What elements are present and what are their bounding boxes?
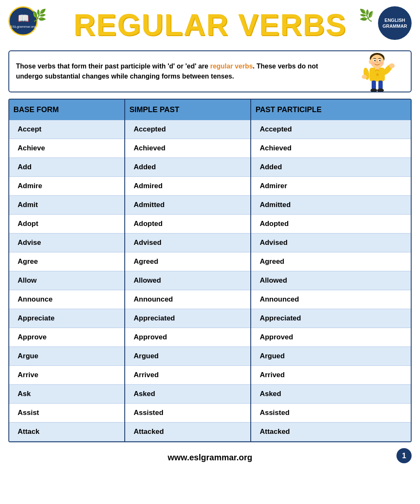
table-cell-4-2: Admitted <box>251 196 411 215</box>
table-cell-4-1: Admitted <box>125 196 251 215</box>
table-body: AcceptAcceptedAcceptedAchieveAchievedAch… <box>9 120 411 441</box>
intro-box: Those verbs that form their past partici… <box>8 50 412 92</box>
table-cell-6-1: Advised <box>125 234 251 252</box>
svg-point-24 <box>370 89 377 92</box>
table-cell-6-2: Advised <box>251 234 411 252</box>
svg-point-25 <box>377 89 384 92</box>
logo-site-name: ESLgrammar.org <box>10 25 36 29</box>
table-cell-12-2: Argued <box>251 347 411 366</box>
table-cell-5-2: Adopted <box>251 215 411 234</box>
book-icon: 📖 <box>18 13 29 24</box>
table-cell-7-0: Agree <box>9 252 125 271</box>
table-cell-14-1: Asked <box>125 385 251 404</box>
table-cell-3-1: Admired <box>125 177 251 196</box>
svg-point-8 <box>375 60 375 60</box>
table-cell-10-0: Appreciate <box>9 309 125 328</box>
svg-point-10 <box>376 61 378 63</box>
svg-point-7 <box>379 60 381 61</box>
table-cell-3-0: Admire <box>9 177 125 196</box>
table-cell-13-2: Arrived <box>251 366 411 385</box>
table-cell-8-2: Allowed <box>251 271 411 290</box>
footer-url: www.eslgrammar.org <box>168 453 252 462</box>
svg-text:★: ★ <box>375 72 380 77</box>
table-cell-9-2: Announced <box>251 290 411 309</box>
table-cell-9-0: Announce <box>9 290 125 309</box>
table-cell-9-1: Announced <box>125 290 251 309</box>
table-row: AttackAttackedAttacked <box>9 423 411 441</box>
table-cell-0-2: Accepted <box>251 120 411 139</box>
table-cell-13-1: Arrived <box>125 366 251 385</box>
table-cell-0-0: Accept <box>9 120 125 139</box>
svg-point-12 <box>371 62 375 65</box>
svg-point-20 <box>362 75 367 79</box>
table-cell-8-1: Allowed <box>125 271 251 290</box>
badge-line1: ENGLISH <box>385 17 405 23</box>
table-cell-1-0: Achieve <box>9 139 125 158</box>
table-cell-15-1: Assisted <box>125 404 251 423</box>
svg-point-6 <box>374 60 376 61</box>
character-illustration: ★ <box>348 50 407 92</box>
table-row: AdviseAdvisedAdvised <box>9 234 411 252</box>
table-cell-13-0: Arrive <box>9 366 125 385</box>
table-row: AddAddedAdded <box>9 158 411 177</box>
table-cell-6-0: Advise <box>9 234 125 252</box>
table-cell-7-1: Agreed <box>125 252 251 271</box>
character-svg: ★ <box>354 52 400 92</box>
table-cell-16-1: Attacked <box>125 423 251 441</box>
table-cell-16-2: Attacked <box>251 423 411 441</box>
table-row: AgreeAgreedAgreed <box>9 252 411 271</box>
svg-rect-22 <box>372 81 376 90</box>
laurel-right-icon: 🌿 <box>359 8 374 22</box>
page-header: 📖 ESLgrammar.org 🌿 REGULAR VERBS 🌿 ENGLI… <box>0 0 420 46</box>
table-row: AnnounceAnnouncedAnnounced <box>9 290 411 309</box>
table-row: AdmireAdmiredAdmirer <box>9 177 411 196</box>
svg-point-3 <box>370 55 384 68</box>
table-cell-14-0: Ask <box>9 385 125 404</box>
table-cell-1-2: Achieved <box>251 139 411 158</box>
intro-text: Those verbs that form their past partici… <box>16 61 344 81</box>
table-cell-4-0: Admit <box>9 196 125 215</box>
table-cell-15-2: Assisted <box>251 404 411 423</box>
page-number: 1 <box>396 448 412 463</box>
table-header-row: BASE FORM SIMPLE PAST PAST PARTICIPLE <box>9 100 411 120</box>
table-row: AchieveAchievedAchieved <box>9 139 411 158</box>
laurel-left-icon: 🌿 <box>32 8 47 22</box>
table-cell-10-1: Appreciated <box>125 309 251 328</box>
table-cell-2-1: Added <box>125 158 251 177</box>
table-cell-14-2: Asked <box>251 385 411 404</box>
table-cell-0-1: Accepted <box>125 120 251 139</box>
svg-point-13 <box>379 62 383 65</box>
english-grammar-badge: ENGLISH GRAMMAR <box>378 6 412 40</box>
table-cell-8-0: Allow <box>9 271 125 290</box>
table-cell-11-0: Approve <box>9 328 125 347</box>
svg-point-19 <box>389 63 395 68</box>
table-cell-11-1: Approved <box>125 328 251 347</box>
table-row: ArriveArrivedArrived <box>9 366 411 385</box>
table-row: AdmitAdmittedAdmitted <box>9 196 411 215</box>
col-base-form: BASE FORM <box>9 100 125 120</box>
table-cell-3-2: Admirer <box>251 177 411 196</box>
table-cell-15-0: Assist <box>9 404 125 423</box>
table-row: AssistAssistedAssisted <box>9 404 411 423</box>
table-row: AdoptAdoptedAdopted <box>9 215 411 234</box>
verbs-table: BASE FORM SIMPLE PAST PAST PARTICIPLE Ac… <box>9 100 411 441</box>
table-cell-10-2: Appreciated <box>251 309 411 328</box>
table-row: ArgueArguedArgued <box>9 347 411 366</box>
table-row: AcceptAcceptedAccepted <box>9 120 411 139</box>
table-cell-2-0: Add <box>9 158 125 177</box>
col-simple-past: SIMPLE PAST <box>125 100 251 120</box>
table-cell-5-0: Adopt <box>9 215 125 234</box>
svg-point-9 <box>380 60 381 60</box>
table-cell-1-1: Achieved <box>125 139 251 158</box>
badge-line2: GRAMMAR <box>383 23 407 29</box>
table-cell-5-1: Adopted <box>125 215 251 234</box>
table-row: AppreciateAppreciatedAppreciated <box>9 309 411 328</box>
table-cell-7-2: Agreed <box>251 252 411 271</box>
svg-rect-23 <box>378 81 383 90</box>
table-cell-11-2: Approved <box>251 328 411 347</box>
page-footer: www.eslgrammar.org 1 <box>0 449 420 467</box>
verbs-table-container: BASE FORM SIMPLE PAST PAST PARTICIPLE Ac… <box>8 99 412 442</box>
table-cell-16-0: Attack <box>9 423 125 441</box>
svg-rect-21 <box>375 67 379 70</box>
table-row: AskAskedAsked <box>9 385 411 404</box>
